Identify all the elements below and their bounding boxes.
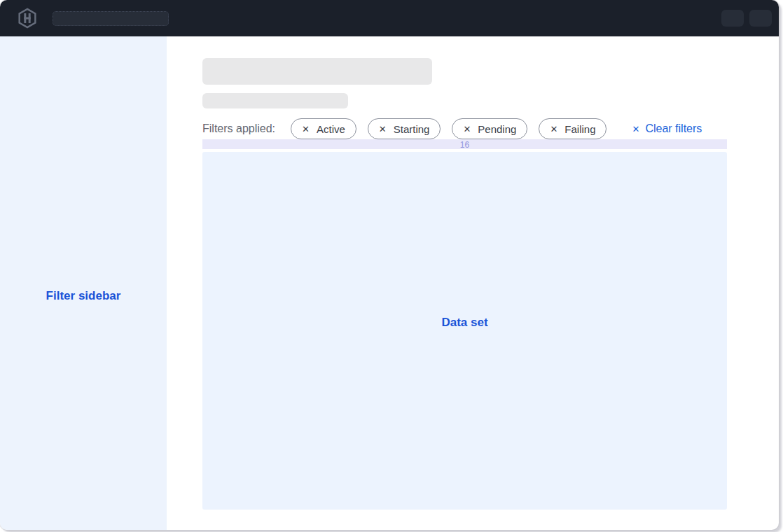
main-row: Filter sidebar Filters applied: ✕ Active… [0, 36, 779, 530]
clear-filters-icon: ✕ [632, 124, 639, 134]
filter-sidebar-label: Filter sidebar [46, 289, 121, 530]
filter-sidebar: Filter sidebar [0, 36, 167, 530]
filter-tag-failing[interactable]: ✕ Failing [539, 118, 607, 139]
app-window: Filter sidebar Filters applied: ✕ Active… [0, 0, 779, 530]
nav-search-placeholder[interactable] [53, 11, 169, 26]
page-title-placeholder [202, 58, 432, 85]
filter-tag-label: Failing [564, 123, 595, 135]
hashicorp-logo-icon [17, 8, 38, 29]
filter-tag-label: Starting [394, 123, 430, 135]
remove-filter-icon: ✕ [463, 124, 471, 134]
nav-actions [721, 10, 772, 27]
applied-filters-bar: Filters applied: ✕ Active ✕ Starting ✕ P… [202, 118, 727, 139]
result-count-bar: 16 [202, 139, 727, 149]
remove-filter-icon: ✕ [379, 124, 387, 134]
filter-tag-label: Active [317, 123, 345, 135]
page-subtitle-placeholder [202, 93, 348, 108]
filter-tag-pending[interactable]: ✕ Pending [452, 118, 527, 139]
dataset-area: Data set [202, 152, 727, 510]
filter-tag-label: Pending [478, 123, 516, 135]
top-nav [0, 0, 779, 36]
remove-filter-icon: ✕ [550, 124, 557, 134]
nav-action-placeholder-2[interactable] [749, 10, 772, 27]
clear-filters-label: Clear filters [645, 122, 702, 135]
dataset-label: Data set [441, 316, 487, 330]
filter-tag-active[interactable]: ✕ Active [291, 118, 356, 139]
filter-tag-starting[interactable]: ✕ Starting [368, 118, 441, 139]
result-count: 16 [460, 140, 469, 150]
nav-action-placeholder-1[interactable] [721, 10, 744, 27]
content-area: Filters applied: ✕ Active ✕ Starting ✕ P… [202, 36, 727, 530]
remove-filter-icon: ✕ [302, 124, 310, 134]
filters-applied-label: Filters applied: [202, 122, 275, 135]
clear-filters-button[interactable]: ✕ Clear filters [632, 122, 702, 135]
